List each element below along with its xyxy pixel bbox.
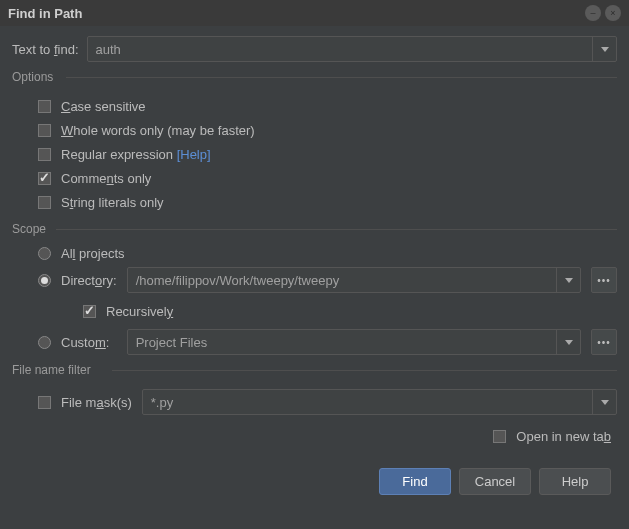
custom-label: Custom: bbox=[61, 335, 117, 350]
custom-browse-button[interactable]: ••• bbox=[591, 329, 617, 355]
directory-label: Directory: bbox=[61, 273, 117, 288]
regex-help-link[interactable]: [Help] bbox=[177, 147, 211, 162]
recursively-label: Recursively bbox=[106, 304, 173, 319]
all-projects-radio[interactable] bbox=[38, 247, 51, 260]
find-button[interactable]: Find bbox=[379, 468, 451, 495]
case-sensitive-label: Case sensitive bbox=[61, 99, 146, 114]
file-mask-dropdown[interactable] bbox=[592, 390, 616, 414]
window-title: Find in Path bbox=[8, 6, 82, 21]
string-literals-checkbox[interactable] bbox=[38, 196, 51, 209]
case-sensitive-checkbox[interactable] bbox=[38, 100, 51, 113]
file-mask-value[interactable]: *.py bbox=[143, 390, 592, 414]
close-icon[interactable]: × bbox=[605, 5, 621, 21]
file-mask-checkbox[interactable] bbox=[38, 396, 51, 409]
whole-words-checkbox[interactable] bbox=[38, 124, 51, 137]
open-new-tab-checkbox[interactable] bbox=[493, 430, 506, 443]
filter-legend: File name filter bbox=[12, 363, 617, 377]
text-to-find-input[interactable]: auth bbox=[87, 36, 617, 62]
chevron-down-icon bbox=[601, 47, 609, 52]
directory-value[interactable]: /home/filippov/Work/tweepy/tweepy bbox=[128, 268, 556, 292]
title-bar-controls: – × bbox=[585, 5, 621, 21]
custom-radio[interactable] bbox=[38, 336, 51, 349]
file-mask-label: File mask(s) bbox=[61, 395, 132, 410]
minimize-icon[interactable]: – bbox=[585, 5, 601, 21]
chevron-down-icon bbox=[565, 278, 573, 283]
comments-only-checkbox[interactable] bbox=[38, 172, 51, 185]
text-to-find-value[interactable]: auth bbox=[88, 37, 592, 61]
directory-browse-button[interactable]: ••• bbox=[591, 267, 617, 293]
whole-words-label: Whole words only (may be faster) bbox=[61, 123, 255, 138]
custom-value[interactable]: Project Files bbox=[128, 330, 556, 354]
file-mask-input[interactable]: *.py bbox=[142, 389, 617, 415]
title-bar: Find in Path – × bbox=[0, 0, 629, 26]
chevron-down-icon bbox=[601, 400, 609, 405]
options-legend: Options bbox=[12, 70, 617, 84]
text-to-find-label: Text to find: bbox=[12, 42, 79, 57]
custom-input[interactable]: Project Files bbox=[127, 329, 581, 355]
scope-legend: Scope bbox=[12, 222, 617, 236]
open-new-tab-label: Open in new tab bbox=[516, 429, 611, 444]
string-literals-label: String literals only bbox=[61, 195, 164, 210]
cancel-button[interactable]: Cancel bbox=[459, 468, 531, 495]
comments-only-label: Comments only bbox=[61, 171, 151, 186]
directory-dropdown[interactable] bbox=[556, 268, 580, 292]
text-to-find-dropdown[interactable] bbox=[592, 37, 616, 61]
regex-checkbox[interactable] bbox=[38, 148, 51, 161]
directory-radio[interactable] bbox=[38, 274, 51, 287]
regex-label: Regular expression [Help] bbox=[61, 147, 211, 162]
all-projects-label: All projects bbox=[61, 246, 617, 261]
recursively-checkbox[interactable] bbox=[83, 305, 96, 318]
chevron-down-icon bbox=[565, 340, 573, 345]
directory-input[interactable]: /home/filippov/Work/tweepy/tweepy bbox=[127, 267, 581, 293]
custom-dropdown[interactable] bbox=[556, 330, 580, 354]
help-button[interactable]: Help bbox=[539, 468, 611, 495]
